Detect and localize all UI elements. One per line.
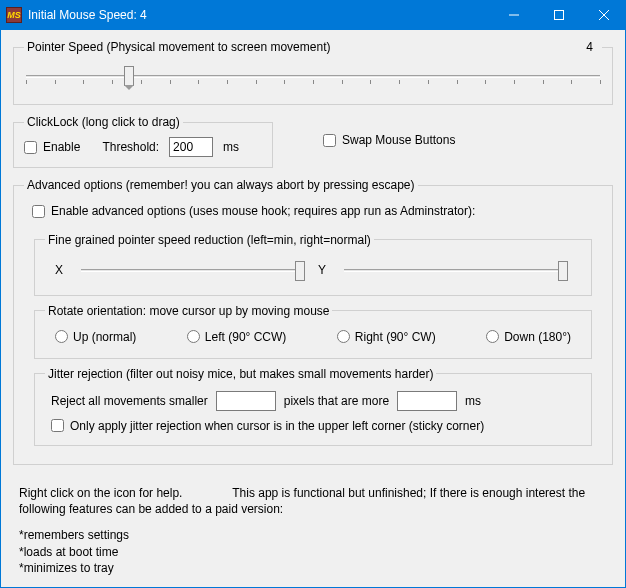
minimize-icon bbox=[509, 10, 519, 20]
pointer-speed-legend: Pointer Speed (Physical movement to scre… bbox=[27, 40, 330, 54]
rotate-left-radio[interactable]: Left (90° CCW) bbox=[187, 330, 286, 344]
fine-y-slider[interactable] bbox=[344, 259, 563, 281]
advanced-legend: Advanced options (remember! you can alwa… bbox=[24, 178, 418, 192]
footer-para: Right click on the icon for help. This a… bbox=[19, 485, 607, 517]
footer-text: Right click on the icon for help. This a… bbox=[13, 485, 613, 576]
jitter-pixels-input[interactable] bbox=[216, 391, 276, 411]
jitter-sticky-checkbox[interactable]: Only apply jitter rejection when cursor … bbox=[51, 419, 484, 433]
clicklock-group: ClickLock (long click to drag) Enable Th… bbox=[13, 115, 273, 168]
enable-advanced-checkbox[interactable]: Enable advanced options (uses mouse hook… bbox=[32, 204, 475, 218]
pointer-speed-value: 4 bbox=[586, 40, 599, 54]
jitter-sticky-label: Only apply jitter rejection when cursor … bbox=[70, 419, 484, 433]
rotate-down-label: Down (180°) bbox=[504, 330, 571, 344]
rotate-down-radio[interactable]: Down (180°) bbox=[486, 330, 571, 344]
close-icon bbox=[599, 10, 609, 20]
fine-y-label: Y bbox=[318, 263, 326, 277]
advanced-group: Advanced options (remember! you can alwa… bbox=[13, 178, 613, 465]
rotate-left-label: Left (90° CCW) bbox=[205, 330, 286, 344]
jitter-text-a: Reject all movements smaller bbox=[51, 394, 208, 408]
jitter-group: Jitter rejection (filter out noisy mice,… bbox=[34, 367, 592, 447]
titlebar: MS Initial Mouse Speed: 4 bbox=[0, 0, 626, 30]
maximize-button[interactable] bbox=[536, 0, 581, 30]
swap-mouse-checkbox[interactable]: Swap Mouse Buttons bbox=[323, 133, 455, 147]
jitter-unit: ms bbox=[465, 394, 481, 408]
rotate-right-radio[interactable]: Right (90° CW) bbox=[337, 330, 436, 344]
maximize-icon bbox=[554, 10, 564, 20]
jitter-legend: Jitter rejection (filter out noisy mice,… bbox=[45, 367, 436, 381]
fine-grained-legend: Fine grained pointer speed reduction (le… bbox=[45, 233, 374, 247]
svg-rect-0 bbox=[554, 11, 563, 20]
clicklock-enable-label: Enable bbox=[43, 140, 80, 154]
enable-advanced-label: Enable advanced options (uses mouse hook… bbox=[51, 204, 475, 218]
jitter-text-b: pixels that are more bbox=[284, 394, 389, 408]
rotate-up-label: Up (normal) bbox=[73, 330, 136, 344]
minimize-button[interactable] bbox=[491, 0, 536, 30]
rotate-up-radio[interactable]: Up (normal) bbox=[55, 330, 136, 344]
fine-grained-group: Fine grained pointer speed reduction (le… bbox=[34, 233, 592, 296]
app-icon: MS bbox=[6, 7, 22, 23]
threshold-unit: ms bbox=[223, 140, 239, 154]
clicklock-enable-checkbox[interactable]: Enable bbox=[24, 140, 80, 154]
footer-bullet-1: *remembers settings bbox=[19, 527, 607, 543]
fine-x-label: X bbox=[55, 263, 63, 277]
jitter-ms-input[interactable] bbox=[397, 391, 457, 411]
close-button[interactable] bbox=[581, 0, 626, 30]
pointer-speed-slider[interactable] bbox=[26, 66, 600, 94]
rotate-right-label: Right (90° CW) bbox=[355, 330, 436, 344]
window-title: Initial Mouse Speed: 4 bbox=[28, 8, 491, 22]
clicklock-legend: ClickLock (long click to drag) bbox=[24, 115, 183, 129]
client-area: Pointer Speed (Physical movement to scre… bbox=[1, 30, 625, 587]
rotate-group: Rotate orientation: move cursor up by mo… bbox=[34, 304, 592, 359]
swap-mouse-label: Swap Mouse Buttons bbox=[342, 133, 455, 147]
rotate-legend: Rotate orientation: move cursor up by mo… bbox=[45, 304, 332, 318]
threshold-label: Threshold: bbox=[102, 140, 159, 154]
footer-bullet-3: *minimizes to tray bbox=[19, 560, 607, 576]
footer-bullet-2: *loads at boot time bbox=[19, 544, 607, 560]
pointer-speed-group: Pointer Speed (Physical movement to scre… bbox=[13, 40, 613, 105]
fine-x-slider[interactable] bbox=[81, 259, 300, 281]
threshold-input[interactable] bbox=[169, 137, 213, 157]
